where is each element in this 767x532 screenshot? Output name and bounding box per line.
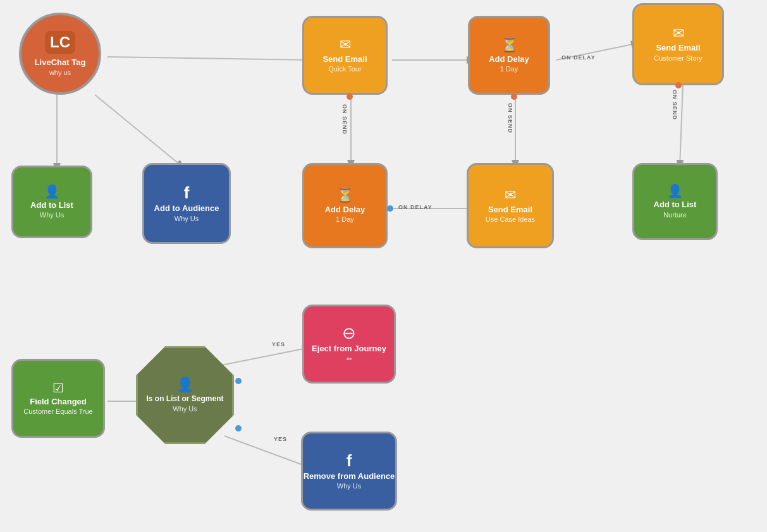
add-to-list-icon-2: 👤 bbox=[667, 184, 683, 197]
add-to-audience-node[interactable]: f Add to Audience Why Us bbox=[142, 163, 231, 244]
add-delay-1-node[interactable]: ⏳ Add Delay 1 Day bbox=[468, 16, 550, 95]
add-to-list-icon-1: 👤 bbox=[44, 185, 60, 198]
add-to-list-why-us-node[interactable]: 👤 Add to List Why Us bbox=[11, 166, 92, 238]
livechat-title: LiveChat Tag bbox=[35, 57, 86, 68]
add-delay-1-subtitle: 1 Day bbox=[500, 65, 518, 73]
dot-2 bbox=[511, 94, 517, 100]
on-delay-label-2: ON DELAY bbox=[561, 54, 596, 61]
send-email-quick-tour-node[interactable]: ✉ Send Email Quick Tour bbox=[302, 16, 388, 95]
field-changed-node[interactable]: ☑ Field Changed Customer Equals True bbox=[11, 359, 105, 438]
list-segment-icon: 👤 bbox=[176, 378, 193, 392]
send-email-cs-subtitle: Customer Story bbox=[654, 54, 702, 62]
dot-3 bbox=[675, 82, 682, 88]
field-changed-title: Field Changed bbox=[30, 397, 87, 407]
add-to-list-n-title: Add to List bbox=[654, 200, 697, 210]
send-email-uc-subtitle: Use Case Ideas bbox=[486, 215, 535, 223]
livechat-tag-node[interactable]: LC LiveChat Tag why us bbox=[19, 13, 101, 95]
add-to-audience-subtitle: Why Us bbox=[175, 215, 199, 222]
on-send-label-2: ON SEND bbox=[507, 103, 513, 133]
eject-title: Eject from Journey bbox=[312, 344, 386, 354]
is-on-list-title: Is on List or Segment bbox=[141, 394, 228, 403]
svg-line-0 bbox=[107, 57, 310, 60]
add-to-list-wu-title: Add to List bbox=[30, 200, 73, 210]
email-icon-1: ✉ bbox=[340, 38, 351, 52]
add-delay-2-title: Add Delay bbox=[325, 205, 365, 215]
remove-from-audience-subtitle: Why Us bbox=[337, 482, 362, 490]
is-on-list-node[interactable]: 👤 Is on List or Segment Why Us bbox=[136, 346, 234, 444]
is-on-list-subtitle: Why Us bbox=[173, 405, 197, 413]
svg-line-2 bbox=[95, 95, 183, 167]
add-to-list-nurture-node[interactable]: 👤 Add to List Nurture bbox=[632, 163, 718, 240]
on-send-label-3: ON SEND bbox=[672, 90, 678, 120]
svg-line-8 bbox=[680, 84, 683, 167]
hourglass-icon-2: ⏳ bbox=[336, 188, 353, 202]
dot-1 bbox=[347, 94, 353, 100]
svg-line-11 bbox=[224, 436, 310, 468]
send-email-customer-story-node[interactable]: ✉ Send Email Customer Story bbox=[632, 3, 724, 85]
dot-6 bbox=[235, 425, 242, 432]
facebook-icon-2: f bbox=[347, 452, 352, 469]
eject-from-journey-node[interactable]: ⊖ Eject from Journey ✏ bbox=[302, 305, 396, 384]
remove-from-audience-title: Remove from Audience bbox=[304, 471, 395, 481]
facebook-icon-1: f bbox=[184, 184, 190, 201]
send-email-uc-title: Send Email bbox=[488, 205, 532, 215]
field-changed-subtitle: Customer Equals True bbox=[23, 408, 92, 415]
email-icon-3: ✉ bbox=[505, 188, 516, 202]
add-delay-2-subtitle: 1 Day bbox=[336, 215, 354, 223]
email-icon-2: ✉ bbox=[673, 27, 684, 40]
livechat-icon: LC bbox=[45, 31, 75, 54]
send-email-use-case-node[interactable]: ✉ Send Email Use Case Ideas bbox=[467, 163, 554, 248]
add-delay-2-node[interactable]: ⏳ Add Delay 1 Day bbox=[302, 163, 388, 248]
hourglass-icon-1: ⏳ bbox=[501, 38, 518, 52]
dot-5 bbox=[235, 378, 242, 384]
on-delay-label-1: ON DELAY bbox=[398, 204, 433, 210]
add-to-audience-title: Add to Audience bbox=[154, 203, 219, 214]
send-email-cs-title: Send Email bbox=[656, 43, 700, 53]
on-send-label-1: ON SEND bbox=[341, 104, 348, 135]
livechat-subtitle: why us bbox=[49, 69, 71, 76]
add-to-list-wu-subtitle: Why Us bbox=[40, 211, 64, 219]
yes-label-1: YES bbox=[272, 341, 285, 348]
yes-label-2: YES bbox=[274, 436, 287, 442]
add-delay-1-title: Add Delay bbox=[489, 54, 529, 64]
workflow-canvas: LC LiveChat Tag why us ✉ Send Email Quic… bbox=[0, 0, 767, 532]
eject-icon: ⊖ bbox=[342, 325, 356, 341]
eject-subtitle: ✏ bbox=[347, 355, 352, 363]
checkmark-icon: ☑ bbox=[52, 382, 64, 394]
remove-from-audience-node[interactable]: f Remove from Audience Why Us bbox=[301, 432, 397, 511]
send-email-qt-subtitle: Quick Tour bbox=[328, 65, 361, 73]
send-email-qt-title: Send Email bbox=[322, 54, 367, 64]
add-to-list-n-subtitle: Nurture bbox=[663, 211, 687, 219]
dot-4 bbox=[387, 205, 393, 212]
